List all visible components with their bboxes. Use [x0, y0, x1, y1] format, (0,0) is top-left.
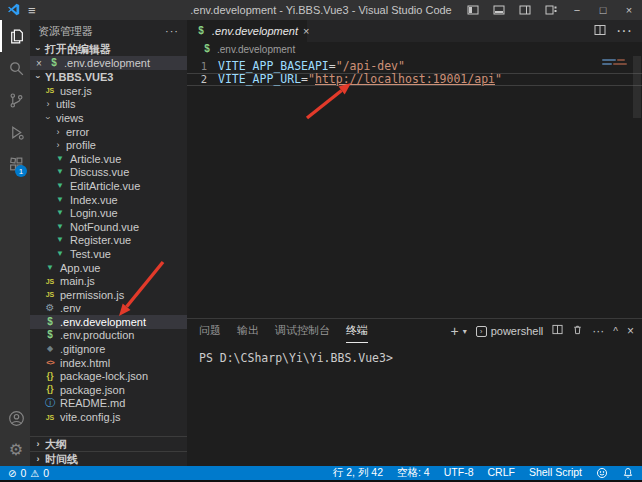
panel-tab-问题[interactable]: 问题	[199, 319, 221, 343]
tree-item-article-vue[interactable]: ▼Article.vue	[30, 152, 187, 166]
vscode-logo-icon	[7, 3, 20, 18]
tree-item--env[interactable]: ⚙.env	[30, 302, 187, 316]
more-actions-icon[interactable]: ···	[616, 22, 632, 40]
problems-status[interactable]: ⊘ 0 ⚠ 0	[8, 467, 49, 479]
status-bar: ⊘ 0 ⚠ 0 行 2, 列 42空格: 4UTF-8CRLFShell Scr…	[0, 466, 642, 482]
maximize-panel-icon[interactable]: ^	[613, 326, 618, 337]
tree-item-utils[interactable]: ›utils	[30, 98, 187, 112]
tree-item-index-html[interactable]: <>index.html	[30, 356, 187, 370]
vue-file-icon: ▼	[54, 209, 66, 217]
tree-item-profile[interactable]: ›profile	[30, 138, 187, 152]
tree-item-label: main.js	[60, 275, 95, 287]
feedback-icon[interactable]	[596, 467, 608, 479]
vue-file-icon: ▼	[54, 236, 66, 244]
tree-item-user-js[interactable]: JSuser.js	[30, 84, 187, 98]
panel-tab-terminal-active[interactable]: 终端	[346, 319, 368, 343]
editor-scrollbar[interactable]	[632, 56, 642, 318]
explorer-icon[interactable]	[0, 20, 30, 52]
json-file-icon: {}	[44, 385, 56, 394]
split-terminal-icon[interactable]	[552, 324, 563, 338]
maximize-button[interactable]: □	[590, 0, 616, 20]
terminal-output[interactable]: PS D:\CSharp\Yi\Yi.BBS.Vue3>	[187, 343, 642, 466]
breadcrumb[interactable]: $ .env.development	[187, 42, 642, 56]
code-line-1[interactable]: 1VITE_APP_BASEAPI="/api-dev"	[187, 59, 642, 73]
tree-item--env-production[interactable]: $.env.production	[30, 329, 187, 343]
tab-env-development[interactable]: $ .env.development ×	[187, 20, 307, 42]
customize-layout-icon[interactable]	[538, 0, 564, 20]
panel-tab-输出[interactable]: 输出	[237, 319, 259, 343]
toggle-panel-icon[interactable]	[486, 0, 512, 20]
tree-item-index-vue[interactable]: ▼Index.vue	[30, 193, 187, 207]
open-editors-section[interactable]: › 打开的编辑器	[30, 42, 187, 56]
code-editor[interactable]: 1VITE_APP_BASEAPI="/api-dev"2VITE_APP_UR…	[187, 56, 642, 318]
settings-gear-icon[interactable]: ⚙	[0, 434, 30, 466]
project-section[interactable]: › YI.BBS.VUE3	[30, 70, 187, 84]
close-editor-icon[interactable]: ×	[34, 58, 44, 69]
tree-item-package-lock-json[interactable]: {}package-lock.json	[30, 369, 187, 383]
tree-item-register-vue[interactable]: ▼Register.vue	[30, 234, 187, 248]
extensions-icon[interactable]: 1	[0, 148, 30, 180]
tree-item--env-development[interactable]: $.env.development	[30, 315, 187, 329]
outline-section[interactable]: › 大纲	[30, 436, 187, 451]
shell-file-icon: $	[44, 330, 56, 340]
split-editor-icon[interactable]	[594, 22, 606, 40]
terminal-dropdown-icon[interactable]: ▾	[463, 327, 467, 336]
close-panel-icon[interactable]: ×	[627, 324, 634, 338]
new-terminal-icon[interactable]: +	[450, 323, 458, 339]
minimap[interactable]	[600, 56, 630, 318]
tree-item-package-json[interactable]: {}package.json	[30, 383, 187, 397]
tree-item-label: .env.development	[60, 316, 146, 328]
tree-item-main-js[interactable]: JSmain.js	[30, 274, 187, 288]
status-item[interactable]: Shell Script	[529, 466, 582, 480]
menu-icon[interactable]: ≡	[28, 3, 36, 18]
panel-tab-调试控制台[interactable]: 调试控制台	[275, 319, 330, 343]
tree-item-views[interactable]: ›views	[30, 111, 187, 125]
tree-item-readme-md[interactable]: ⓘREADME.md	[30, 397, 187, 411]
toggle-secondary-sidebar-icon[interactable]	[512, 0, 538, 20]
chevron-down-icon: ›	[33, 45, 43, 53]
status-item[interactable]: 行 2, 列 42	[333, 466, 383, 480]
tree-item-label: Register.vue	[70, 234, 131, 246]
diamond-file-icon: ◆	[44, 345, 56, 353]
vue-file-icon: ▼	[54, 223, 66, 231]
shell-file-icon: $	[44, 317, 56, 327]
tree-item-login-vue[interactable]: ▼Login.vue	[30, 206, 187, 220]
kill-terminal-icon[interactable]	[572, 324, 583, 338]
search-icon[interactable]	[0, 52, 30, 84]
code-line-2[interactable]: 2VITE_APP_URL="http://localhost:19001/ap…	[187, 73, 642, 87]
close-button[interactable]: ×	[616, 0, 642, 20]
more-actions-icon[interactable]: ···	[165, 25, 179, 37]
tree-item-error[interactable]: ›error	[30, 125, 187, 139]
account-icon[interactable]	[0, 402, 30, 434]
tree-item-label: NotFound.vue	[70, 221, 139, 233]
tree-item-permission-js[interactable]: JSpermission.js	[30, 288, 187, 302]
terminal-instance-item[interactable]: › powershell	[476, 325, 544, 337]
tree-item-vite-config-js[interactable]: JSvite.config.js	[30, 410, 187, 424]
chevron-right-icon: ›	[44, 99, 52, 109]
status-item[interactable]: 空格: 4	[397, 466, 430, 480]
more-actions-icon[interactable]: ···	[592, 324, 604, 338]
tree-item-app-vue[interactable]: ▼App.vue	[30, 261, 187, 275]
source-control-icon[interactable]	[0, 84, 30, 116]
errors-count: 0	[20, 467, 26, 479]
tree-item-notfound-vue[interactable]: ▼NotFound.vue	[30, 220, 187, 234]
title-bar: ≡ .env.development - Yi.BBS.Vue3 - Visua…	[0, 0, 642, 20]
run-debug-icon[interactable]	[0, 116, 30, 148]
tree-item-test-vue[interactable]: ▼Test.vue	[30, 247, 187, 261]
open-editor-item[interactable]: × $ .env.development	[30, 56, 187, 70]
notifications-bell-icon[interactable]	[622, 467, 634, 479]
sidebar-title-row: 资源管理器 ···	[30, 20, 187, 42]
tree-item-label: Index.vue	[70, 194, 118, 206]
vue-file-icon: ▼	[54, 196, 66, 204]
status-item[interactable]: UTF-8	[444, 466, 474, 480]
sidebar-title: 资源管理器	[38, 24, 93, 39]
minimize-button[interactable]: −	[564, 0, 590, 20]
toggle-sidebar-icon[interactable]	[460, 0, 486, 20]
tree-item-label: .env.production	[60, 329, 134, 341]
tree-item-editarticle-vue[interactable]: ▼EditArticle.vue	[30, 179, 187, 193]
tree-item-discuss-vue[interactable]: ▼Discuss.vue	[30, 166, 187, 180]
status-item[interactable]: CRLF	[487, 466, 514, 480]
tree-item--gitignore[interactable]: ◆.gitignore	[30, 342, 187, 356]
timeline-section[interactable]: › 时间线	[30, 451, 187, 466]
close-tab-icon[interactable]: ×	[303, 25, 309, 37]
